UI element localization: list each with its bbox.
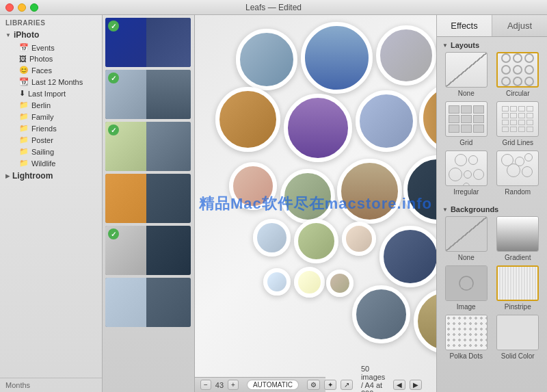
photo-circle [326, 270, 353, 297]
layouts-label: Layouts [451, 41, 479, 49]
layout-circular[interactable]: Circular [494, 52, 542, 97]
solidcolor-preview [497, 315, 538, 350]
image-preview [446, 266, 487, 300]
layout-none-label: None [458, 90, 475, 97]
photo-circle [342, 222, 376, 256]
bg-solidcolor[interactable]: Solid Color [494, 315, 542, 360]
sidebar-item-photos[interactable]: 🖼 Photos [0, 53, 102, 64]
sidebar-item-berlin[interactable]: 📁 Berlin [0, 99, 102, 111]
sidebar-item-lightroom[interactable]: ▶ Lightroom [0, 169, 102, 183]
sidebar-item-friends[interactable]: 📁 Friends [0, 122, 102, 134]
list-item[interactable]: ✓ [105, 18, 191, 67]
family-label: Family [31, 113, 53, 121]
bg-solidcolor-label: Solid Color [501, 352, 535, 360]
zoom-out-button[interactable]: − [200, 380, 211, 390]
photos-label: Photos [29, 55, 53, 63]
pinstripe-preview [498, 267, 537, 300]
bg-image[interactable]: Image [442, 265, 490, 311]
none-diag [446, 53, 487, 87]
bg-gradient[interactable]: Gradient [494, 216, 542, 261]
bg-pinstripe[interactable]: Pinstripe [494, 265, 542, 311]
thumbnail-panel: ✓ ✓ ✓ ✓ [103, 15, 195, 392]
sidebar-item-lastimport[interactable]: ⬇ Last Import [0, 88, 102, 99]
auto-toggle[interactable]: AUTOMATIC [247, 380, 299, 390]
bg-polkadots-label: Polka Dots [450, 352, 483, 360]
layout-irregular[interactable]: Irregular [442, 151, 490, 196]
bg-none-diag [446, 217, 487, 251]
sidebar-item-poster[interactable]: 📁 Poster [0, 134, 102, 146]
layout-thumb-circular [496, 52, 539, 88]
sidebar-item-family[interactable]: 📁 Family [0, 111, 102, 122]
sidebar-item-wildlife[interactable]: 📁 Wildlife [0, 157, 102, 169]
layout-random[interactable]: Random [494, 151, 542, 196]
list-item[interactable] [105, 174, 191, 223]
poster-label: Poster [31, 136, 53, 144]
layout-gridlines-label: Grid Lines [502, 139, 533, 146]
events-label: Events [31, 44, 55, 52]
close-button[interactable] [5, 3, 14, 12]
zoom-in-button[interactable]: + [228, 380, 239, 390]
lightroom-triangle: ▶ [5, 173, 10, 179]
tab-adjust[interactable]: Adjust [492, 15, 547, 36]
wildlife-label: Wildlife [31, 159, 55, 168]
months-label[interactable]: Months [0, 378, 102, 392]
right-panel: Effects Adjust ▼ Layouts None [436, 15, 547, 392]
wildlife-icon: 📁 [19, 159, 29, 168]
list-item[interactable]: ✓ [105, 70, 191, 119]
berlin-label: Berlin [31, 101, 51, 109]
thumb-check: ✓ [108, 228, 119, 239]
photo-circle [379, 226, 436, 287]
sidebar-item-sailing[interactable]: 📁 Sailing [0, 146, 102, 157]
gradient-preview [497, 217, 538, 251]
layout-circular-label: Circular [506, 90, 529, 97]
layouts-triangle: ▼ [442, 42, 448, 49]
bottom-toolbar: − 43 + AUTOMATIC ⚙ ✦ ↗ 50 images / A4 at… [195, 377, 325, 392]
list-item[interactable]: ✓ [105, 226, 191, 275]
bg-thumb-gradient [496, 216, 539, 252]
bg-none[interactable]: None [442, 216, 490, 261]
lastimport-icon: ⬇ [19, 89, 25, 98]
list-item[interactable]: ✓ [105, 122, 191, 171]
bg-polkadots[interactable]: Polka Dots [442, 315, 490, 360]
layout-thumb-none [445, 52, 488, 88]
sidebar-item-faces[interactable]: 😊 Faces [0, 64, 102, 76]
events-icon: 📅 [19, 43, 29, 52]
tab-effects[interactable]: Effects [437, 15, 492, 36]
photo-circle [356, 90, 417, 152]
backgrounds-triangle: ▼ [442, 207, 448, 213]
share-button[interactable]: ↗ [341, 380, 353, 390]
next-button[interactable]: ▶ [410, 380, 422, 390]
last12months-icon: 📆 [19, 77, 29, 86]
layout-random-label: Random [505, 188, 531, 196]
sidebar-item-last12months[interactable]: 📆 Last 12 Months [0, 76, 102, 88]
layout-grid[interactable]: Grid [442, 101, 490, 146]
list-item[interactable] [105, 278, 191, 327]
transform-button[interactable]: ✦ [324, 380, 336, 390]
main-layout: LIBRARIES ▼ iPhoto 📅 Events 🖼 Photos 😊 F… [0, 15, 547, 392]
random-pattern [497, 151, 538, 185]
traffic-lights [5, 3, 38, 12]
photo-circle [301, 22, 373, 94]
titlebar: Leafs — Edited [0, 0, 547, 15]
window-title: Leafs — Edited [245, 3, 302, 12]
photo-circle [352, 285, 410, 343]
minimize-button[interactable] [18, 3, 26, 12]
prev-button[interactable]: ◀ [393, 380, 405, 390]
layout-thumb-gridlines [496, 101, 539, 137]
berlin-icon: 📁 [19, 101, 29, 109]
photo-circle [280, 169, 335, 224]
photo-circle [253, 219, 291, 257]
photo-circle [403, 155, 436, 224]
thumb-check: ✓ [108, 125, 119, 135]
svg-point-1 [463, 280, 466, 283]
layout-none[interactable]: None [442, 52, 490, 97]
thumb-check: ✓ [108, 21, 119, 31]
faces-label: Faces [31, 66, 52, 75]
sidebar-item-iphoto[interactable]: ▼ iPhoto [0, 28, 102, 42]
content-area: ✓ ✓ ✓ ✓ [103, 15, 547, 392]
maximize-button[interactable] [30, 3, 38, 12]
auto-label[interactable]: AUTOMATIC [248, 380, 298, 389]
sidebar-item-events[interactable]: 📅 Events [0, 42, 102, 53]
layout-gridlines[interactable]: Grid Lines [494, 101, 542, 146]
settings-button[interactable]: ⚙ [307, 380, 320, 390]
